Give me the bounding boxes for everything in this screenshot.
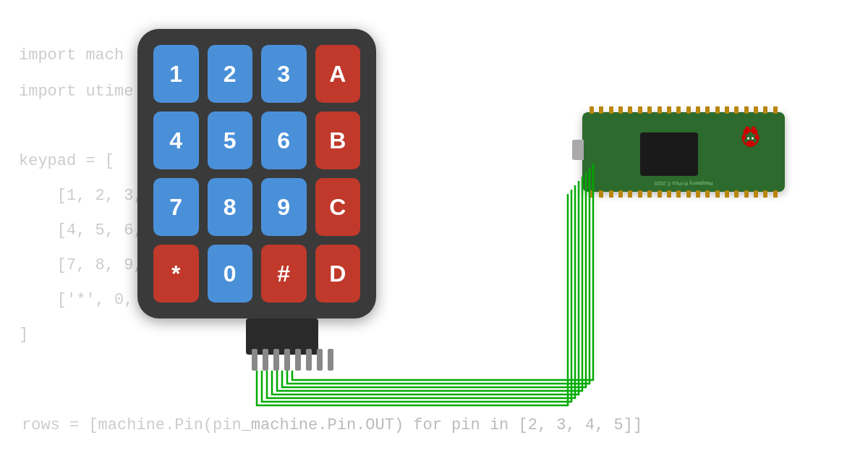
bg-line-8: ] — [19, 326, 28, 344]
connector-pins — [252, 349, 333, 371]
pico-bottom-pins — [590, 190, 778, 198]
key-hash[interactable]: # — [261, 245, 307, 303]
bg-line-3: keypad = [ — [19, 152, 114, 170]
svg-point-9 — [752, 138, 754, 140]
key-c[interactable]: C — [315, 178, 361, 236]
key-6[interactable]: 6 — [261, 111, 307, 169]
pico-usb-port — [572, 140, 584, 160]
key-8[interactable]: 8 — [208, 178, 253, 236]
key-4[interactable]: 4 — [153, 111, 199, 169]
bg-line-1: import mach — [19, 46, 124, 64]
pico-logo — [734, 123, 770, 159]
pico-board: Raspberry Pi Pico © 2020 — [582, 112, 785, 192]
key-0[interactable]: 0 — [208, 245, 253, 303]
pico-label: Raspberry Pi Pico © 2020 — [655, 181, 713, 186]
pico-top-pins — [590, 106, 778, 114]
bottom-code-line: rows = [machine.Pin(pin_machine.Pin.OUT)… — [22, 416, 642, 434]
key-5[interactable]: 5 — [208, 111, 253, 169]
wires-diagram — [0, 0, 868, 456]
key-9[interactable]: 9 — [261, 178, 307, 236]
svg-point-5 — [746, 140, 755, 147]
key-a[interactable]: A — [315, 45, 361, 103]
key-7[interactable]: 7 — [153, 178, 199, 236]
svg-point-4 — [755, 135, 760, 140]
keypad: 1 2 3 A 4 5 6 B 7 8 9 C * 0 # D — [137, 29, 376, 318]
svg-point-8 — [747, 138, 749, 140]
key-d[interactable]: D — [315, 245, 361, 303]
background-code: import mach import utime keypad = [ [1, … — [0, 0, 868, 456]
raspberry-pi-pico: Raspberry Pi Pico © 2020 — [582, 112, 785, 192]
svg-point-3 — [742, 135, 746, 140]
key-star[interactable]: * — [153, 245, 199, 303]
key-1[interactable]: 1 — [153, 45, 199, 103]
bg-line-2: import utime — [19, 83, 133, 101]
pico-chip — [640, 132, 698, 176]
key-3[interactable]: 3 — [261, 45, 307, 103]
key-b[interactable]: B — [315, 111, 361, 169]
key-2[interactable]: 2 — [208, 45, 253, 103]
